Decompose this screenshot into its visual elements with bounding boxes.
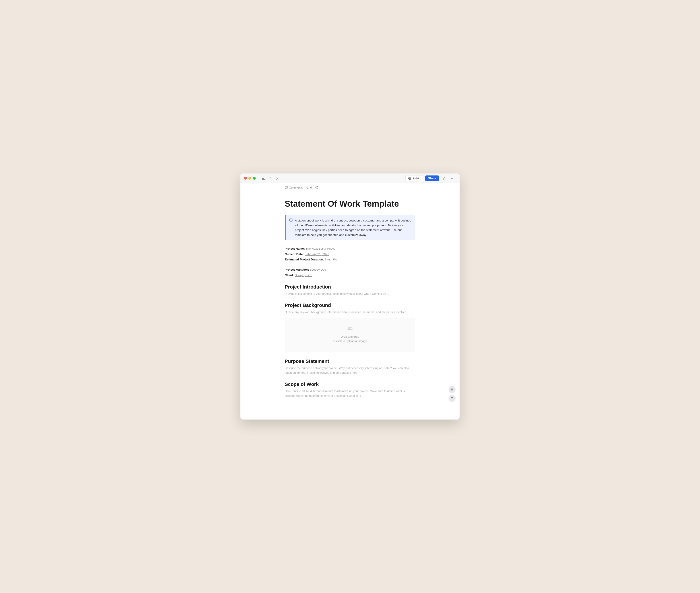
section-placeholder-1: Outline any relevant background informat… [285,310,415,315]
svg-rect-2 [262,180,265,180]
svg-point-7 [452,178,453,179]
refresh-button[interactable] [315,186,318,189]
back-arrow-icon[interactable] [268,175,273,181]
refresh-icon [315,186,318,189]
project-name-value[interactable]: The Next Best Project [305,247,334,250]
floating-buttons: ? [448,386,455,402]
traffic-lights [244,177,256,180]
section-heading-2: Purpose Statement [285,358,415,364]
section-placeholder-0: Provide initial context to your project,… [285,292,415,296]
current-date-label: Current Date: [285,252,304,256]
public-button[interactable]: Public [405,175,423,181]
globe-icon [408,177,411,180]
project-details: Project Name: The Next Best Project Curr… [285,246,415,262]
svg-point-9 [307,187,308,188]
app-window: Public Share [241,173,459,419]
client-value[interactable]: Scrappy Doo [295,274,312,277]
content-area: Comments 0 Statement Of Work Template [241,183,459,419]
floating-help-button[interactable]: ? [448,395,455,402]
section-placeholder-3: Here, outline all the different elements… [285,389,415,398]
doc-content: Statement Of Work Template i A statement… [241,192,459,410]
titlebar: Public Share [241,173,459,183]
titlebar-right: Public Share [405,175,456,182]
info-icon: i [289,219,293,237]
project-manager-row: Project Manager: Scooby Doo [285,267,415,272]
upload-text-line1: Drag and drop [333,334,367,339]
svg-point-16 [452,389,452,390]
section-heading-0: Project Introduction [285,284,415,290]
project-name-label: Project Name: [285,247,305,250]
sidebar-toggle-icon[interactable] [261,175,267,182]
titlebar-left [244,175,280,182]
views-button[interactable]: 0 [306,186,312,189]
project-name-row: Project Name: The Next Best Project [285,246,415,251]
svg-point-6 [451,178,452,179]
eye-icon [306,187,309,189]
duration-row: Estimated Project Duration: 9 months [285,257,415,262]
project-manager-label: Project Manager: [285,268,309,271]
star-button[interactable] [441,175,448,182]
duration-label: Estimated Project Duration: [285,258,324,261]
close-button[interactable] [244,177,247,180]
minimize-button[interactable] [248,177,251,180]
doc-title: Statement Of Work Template [285,199,415,209]
more-icon [451,178,454,179]
project-manager-value[interactable]: Scooby Doo [310,268,326,271]
maximize-button[interactable] [253,177,256,180]
svg-point-17 [452,389,453,390]
floating-comment-button[interactable] [448,386,455,393]
section-placeholder-2: Describe the purpose behind your project… [285,366,415,375]
svg-point-15 [451,389,452,390]
section-heading-3: Scope of Work [285,382,415,387]
info-box: i A statement of work is a kind of contr… [285,215,415,240]
upload-text: Drag and drop or click to upload an imag… [333,334,367,343]
current-date-value[interactable]: February 21, 2021 [305,252,329,256]
public-label: Public [412,176,420,180]
doc-toolbar: Comments 0 [241,183,459,192]
star-icon [443,176,446,180]
svg-point-8 [454,178,454,179]
duration-value[interactable]: 9 months [325,258,337,261]
views-count: 0 [310,186,312,189]
comments-icon [285,186,288,189]
section-heading-1: Project Background [285,303,415,308]
comments-button[interactable]: Comments [285,186,303,189]
client-row: Client: Scrappy Doo [285,273,415,278]
client-label: Client: [285,274,294,277]
upload-icon [347,327,353,333]
floating-comment-icon [450,388,454,391]
svg-rect-0 [262,177,265,177]
info-text: A statement of work is a kind of contrac… [295,218,412,237]
image-upload-area[interactable]: Drag and drop or click to upload an imag… [285,318,415,352]
forward-arrow-icon[interactable] [274,175,280,181]
nav-icons [261,175,280,182]
current-date-row: Current Date: February 21, 2021 [285,251,415,257]
team-details: Project Manager: Scooby Doo Client: Scra… [285,267,415,278]
share-button[interactable]: Share [425,175,439,181]
svg-text:i: i [291,219,291,222]
more-button[interactable] [449,175,456,182]
help-icon: ? [451,397,453,400]
upload-text-line2: or click to upload an image [333,339,367,344]
svg-rect-1 [262,178,264,179]
comments-label: Comments [289,186,303,189]
